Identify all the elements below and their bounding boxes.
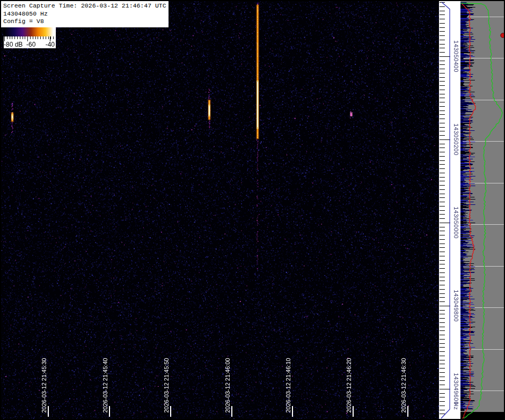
time-tick-mark	[170, 406, 171, 417]
capture-time-text: Screen Capture Time: 2026-03-12 21:46:47…	[3, 2, 169, 10]
time-label: 2026-03-12 21:46:10	[285, 351, 292, 413]
db-label-60: -60	[26, 41, 35, 48]
time-label: 2026-03-12 21:46:00	[224, 351, 231, 413]
freq-unit-label: Hz	[453, 387, 459, 420]
color-gradient-bar	[4, 27, 56, 36]
freq-label: 143049800	[453, 287, 459, 325]
freq-label: 143050200	[453, 121, 459, 158]
freq-label: 143050400	[453, 38, 459, 75]
capture-info-box: Screen Capture Time: 2026-03-12 21:46:47…	[1, 1, 169, 27]
db-scale-labels: -80 dB -60 -40	[4, 41, 56, 48]
spectrum-panel	[460, 1, 504, 419]
time-tick-mark	[353, 406, 354, 417]
db-scale-major-tick	[4, 36, 5, 41]
time-label: 2026-03-12 21:45:40	[102, 351, 109, 413]
db-scale-major-tick	[50, 36, 50, 41]
time-tick-mark	[109, 406, 110, 417]
spectrum-app-window: Screen Capture Time: 2026-03-12 21:46:47…	[0, 0, 505, 420]
time-label: 2026-03-12 21:46:30	[400, 351, 407, 413]
db-scale-major-tick	[27, 36, 28, 41]
waterfall-spectrogram	[1, 1, 439, 419]
db-label-80: -80 dB	[4, 41, 23, 48]
time-label: 2026-03-12 21:45:50	[163, 351, 170, 413]
db-color-scale: -80 dB -60 -40	[4, 27, 56, 48]
time-tick-mark	[48, 406, 49, 417]
db-label-40: -40	[46, 41, 55, 48]
time-tick-mark	[292, 406, 293, 417]
config-text: Config = V8	[3, 18, 169, 26]
db-scale-ruler: -80 dB -60 -40	[4, 36, 56, 48]
time-tick-mark	[407, 406, 408, 417]
time-tick-mark	[231, 406, 232, 417]
freq-label: 143050000	[453, 204, 459, 241]
time-label: 2026-03-12 21:45:30	[41, 351, 48, 413]
center-frequency-text: 143048050 Hz	[3, 10, 169, 18]
time-label: 2026-03-12 21:46:20	[346, 351, 353, 413]
db-scale-minor-ticks	[4, 36, 55, 39]
